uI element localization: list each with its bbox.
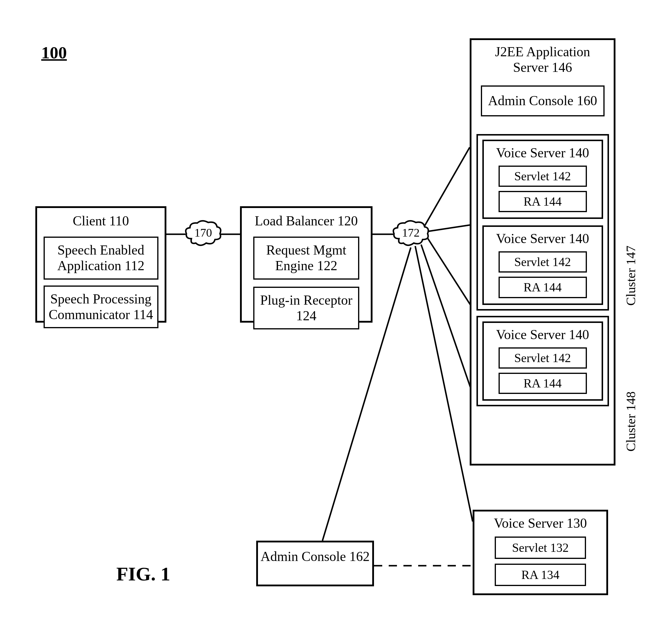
network-cloud-170: 170 — [184, 219, 222, 248]
client-comm: Speech Processing Communicator 114 — [46, 291, 155, 323]
servlet-142-a: Servlet 142 — [500, 169, 586, 183]
client-title: Client 110 — [37, 213, 165, 229]
request-mgmt-engine: Request Mgmt Engine 122 — [256, 242, 356, 274]
ra-144-a: RA 144 — [500, 195, 586, 208]
cloud-170-label: 170 — [184, 219, 222, 246]
voice-server-title-c: Voice Server 140 — [484, 327, 602, 343]
admin-console-162-box: Admin Console 162 — [256, 541, 374, 586]
load-balancer-title: Load Balancer 120 — [242, 213, 371, 229]
servlet-142-b: Servlet 142 — [500, 255, 586, 269]
network-cloud-172: 172 — [392, 219, 430, 248]
svg-line-6 — [421, 244, 477, 406]
cluster-148-label: Cluster 148 — [623, 391, 638, 451]
cluster-148-box: Voice Server 140 Servlet 142 RA 144 — [477, 316, 609, 406]
voice-server-140-a: Voice Server 140 Servlet 142 RA 144 — [482, 140, 603, 219]
ra-144-c: RA 144 — [500, 376, 586, 390]
voice-server-title-b: Voice Server 140 — [484, 231, 602, 247]
servlet-142-c: Servlet 142 — [500, 351, 586, 365]
cluster-147-label: Cluster 147 — [623, 245, 638, 306]
j2ee-app-server-box: J2EE Application Server 146 Admin Consol… — [470, 38, 615, 466]
cloud-172-label: 172 — [392, 219, 430, 246]
voice-server-title-a: Voice Server 140 — [484, 145, 602, 161]
admin-console-162: Admin Console 162 — [258, 549, 372, 565]
client-app: Speech Enabled Application 112 — [46, 242, 155, 274]
plugin-receptor: Plug-in Receptor 124 — [256, 293, 356, 324]
ra-144-b: RA 144 — [500, 280, 586, 294]
voice-server-130-box: Voice Server 130 Servlet 132 RA 134 — [473, 510, 608, 595]
servlet-132: Servlet 132 — [496, 541, 585, 555]
j2ee-title: J2EE Application Server 146 — [471, 44, 614, 75]
client-box: Client 110 Speech Enabled Application 11… — [35, 206, 166, 323]
voice-server-130-title: Voice Server 130 — [474, 516, 606, 531]
ra-134: RA 134 — [496, 568, 585, 582]
svg-line-7 — [415, 246, 473, 522]
voice-server-140-b: Voice Server 140 Servlet 142 RA 144 — [482, 225, 603, 305]
load-balancer-box: Load Balancer 120 Request Mgmt Engine 12… — [240, 206, 373, 323]
voice-server-140-c: Voice Server 140 Servlet 142 RA 144 — [482, 322, 603, 401]
svg-line-3 — [424, 147, 470, 227]
figure-ref: 100 — [41, 43, 67, 62]
admin-console-160: Admin Console 160 — [484, 93, 602, 109]
cluster-147-box: Voice Server 140 Servlet 142 RA 144 Voic… — [477, 134, 609, 311]
figure-label: FIG. 1 — [116, 563, 170, 585]
